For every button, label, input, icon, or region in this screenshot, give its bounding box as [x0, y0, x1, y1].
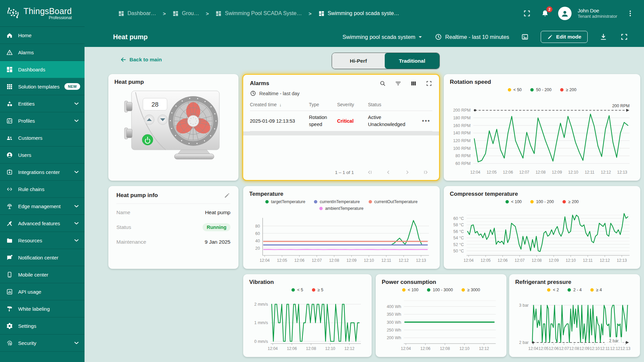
- legend-item[interactable]: 50 - 200: [530, 87, 551, 92]
- fullscreen-icon[interactable]: [522, 8, 532, 18]
- sidebar-item-label: Alarms: [18, 50, 34, 55]
- widget-heat-pump: Heat pump: [108, 74, 238, 181]
- dashboard-toolbar: Heat pump Swimming pool scada system Rea…: [85, 27, 644, 47]
- chevron-down-icon: [417, 33, 424, 41]
- table-row[interactable]: 2025-01-09 12:13:53Rotation speedCritica…: [250, 111, 432, 131]
- column-header-created-time[interactable]: Created time ↓: [250, 102, 309, 107]
- first-page-icon[interactable]: [366, 169, 373, 176]
- legend-item[interactable]: 100 - 3000: [427, 288, 453, 292]
- legend-item[interactable]: < 100: [505, 199, 522, 204]
- alarm-severity: Critical: [337, 118, 368, 124]
- sidebar-item-rule-chains[interactable]: Rule chains: [0, 181, 85, 198]
- column-header-severity[interactable]: Severity: [337, 102, 368, 107]
- sidebar-item-resources[interactable]: Resources: [0, 232, 85, 249]
- svg-text:12:05: 12:05: [481, 258, 491, 263]
- increase-button[interactable]: [144, 115, 154, 125]
- sidebar-item-profiles[interactable]: Profiles: [0, 112, 85, 129]
- svg-text:250 Wh: 250 Wh: [387, 328, 401, 333]
- dashboard-state-select[interactable]: Swimming pool scada system: [342, 33, 424, 41]
- legend-item[interactable]: < 100: [402, 288, 419, 292]
- sidebar-item-dashboards[interactable]: Dashboards: [0, 61, 85, 78]
- sidebar-item-solution-templates[interactable]: Solution templatesNEW: [0, 78, 85, 95]
- sidebar-item-users[interactable]: Users: [0, 146, 85, 164]
- column-header-type[interactable]: Type: [309, 102, 337, 107]
- sidebar-item-alarms[interactable]: Alarms: [0, 44, 85, 61]
- svg-text:12:11: 12:11: [381, 258, 391, 263]
- breadcrumb-item[interactable]: Swimming pool scada syste…: [318, 10, 399, 17]
- widget-fullscreen-icon[interactable]: [426, 80, 432, 87]
- sidebar-item-edge-management[interactable]: Edge management: [0, 198, 85, 215]
- legend-item[interactable]: ≥ 200: [560, 87, 576, 92]
- alarm-created-time: 2025-01-09 12:13:53: [250, 118, 309, 124]
- sidebar-item-white-labeling[interactable]: White labeling: [0, 300, 85, 317]
- legend-item[interactable]: < 50: [508, 87, 522, 92]
- sidebar-item-advanced-features[interactable]: Advanced features: [0, 215, 85, 232]
- legend-item[interactable]: targetTemperature: [265, 199, 305, 204]
- sidebar-item-api-usage[interactable]: API usage: [0, 283, 85, 300]
- decrease-button[interactable]: [158, 115, 168, 125]
- sidebar-item-mobile-center[interactable]: Mobile center: [0, 266, 85, 283]
- legend-dot: [402, 288, 406, 292]
- svg-text:12:07: 12:07: [312, 258, 322, 263]
- sidebar-item-entities[interactable]: Entities: [0, 95, 85, 112]
- download-icon[interactable]: [598, 32, 608, 42]
- row-actions-icon[interactable]: •••: [422, 118, 432, 125]
- alarms-icon: [6, 49, 13, 56]
- prev-page-icon[interactable]: [385, 169, 392, 176]
- sidebar-item-notification-center[interactable]: Notification center: [0, 249, 85, 266]
- next-page-icon[interactable]: [404, 169, 411, 176]
- sidebar-item-integrations-center[interactable]: Integrations center: [0, 164, 85, 181]
- sidebar-item-home[interactable]: Home: [0, 27, 85, 44]
- widget-title: Refrigerant pressure: [515, 279, 634, 286]
- svg-text:40: 40: [255, 239, 260, 243]
- more-menu-icon[interactable]: [625, 8, 635, 18]
- legend-item[interactable]: ≥ 5: [312, 288, 323, 292]
- search-icon[interactable]: [379, 80, 386, 87]
- column-header-status[interactable]: Status: [368, 102, 421, 107]
- widget-temperature: Temperature targetTemperaturecurrentInTe…: [243, 186, 440, 269]
- sidebar-item-settings[interactable]: Settings: [0, 317, 85, 335]
- edit-pencil-icon[interactable]: [224, 192, 230, 199]
- legend-item[interactable]: 2 - 4: [568, 288, 582, 292]
- legend-item[interactable]: ≥ 4: [590, 288, 602, 292]
- legend-item[interactable]: ambientTemperature: [319, 206, 364, 211]
- compressor-chart: 60 °C58 °C56 °C54 °C52 °C50 °C12:0412:05…: [450, 209, 634, 264]
- image-gallery-icon[interactable]: [520, 32, 530, 42]
- apps-icon: [6, 83, 13, 90]
- user-info[interactable]: John Doe Tenant administrator: [578, 8, 617, 19]
- notifications-bell-icon[interactable]: 2: [540, 8, 550, 18]
- last-page-icon[interactable]: [422, 169, 430, 176]
- chevron-down-icon: [73, 340, 80, 346]
- sidebar-item-security[interactable]: Security: [0, 335, 85, 352]
- toggle-traditional[interactable]: Traditional: [385, 53, 439, 69]
- legend-item[interactable]: ≥ 3000: [462, 288, 480, 292]
- breadcrumb-item[interactable]: Dashboar…: [118, 10, 156, 17]
- legend-item[interactable]: currentOutTemperature: [369, 199, 418, 204]
- info-value: 9 Jan 2025: [205, 239, 230, 245]
- resources-icon: [6, 237, 13, 244]
- filter-icon[interactable]: [395, 80, 401, 87]
- legend-item[interactable]: < 5: [291, 288, 303, 292]
- back-to-main-link[interactable]: Back to main: [120, 56, 162, 63]
- svg-text:60 °C: 60 °C: [453, 216, 464, 221]
- timewindow-button[interactable]: Realtime - last 10 minutes: [435, 33, 509, 41]
- avatar[interactable]: [558, 7, 572, 20]
- legend-item[interactable]: currentInTemperature: [314, 199, 360, 204]
- toggle-hi-perf[interactable]: Hi-Perf: [332, 53, 385, 69]
- legend-item[interactable]: < 2: [547, 288, 559, 292]
- legend-item[interactable]: 100 - 200: [530, 199, 554, 204]
- logo[interactable]: ThingsBoard Professional: [0, 0, 85, 27]
- alarms-timewindow-label: Realtime - last day: [259, 91, 300, 96]
- svg-text:12:13: 12:13: [620, 346, 630, 351]
- toolbar-fullscreen-icon[interactable]: [619, 32, 629, 42]
- sidebar-item-label: Advanced features: [18, 221, 60, 226]
- breadcrumb-item[interactable]: Swimming Pool SCADA Syste…: [215, 10, 302, 17]
- alarms-timewindow[interactable]: Realtime - last day: [250, 90, 432, 97]
- sidebar-item-customers[interactable]: Customers: [0, 129, 85, 146]
- edit-mode-button[interactable]: Edit mode: [541, 31, 588, 43]
- svg-text:12:12: 12:12: [601, 170, 611, 175]
- columns-icon[interactable]: [410, 80, 417, 87]
- power-button[interactable]: [142, 134, 153, 145]
- legend-item[interactable]: ≥ 200: [562, 199, 579, 204]
- breadcrumb-item[interactable]: Grou…: [172, 10, 199, 17]
